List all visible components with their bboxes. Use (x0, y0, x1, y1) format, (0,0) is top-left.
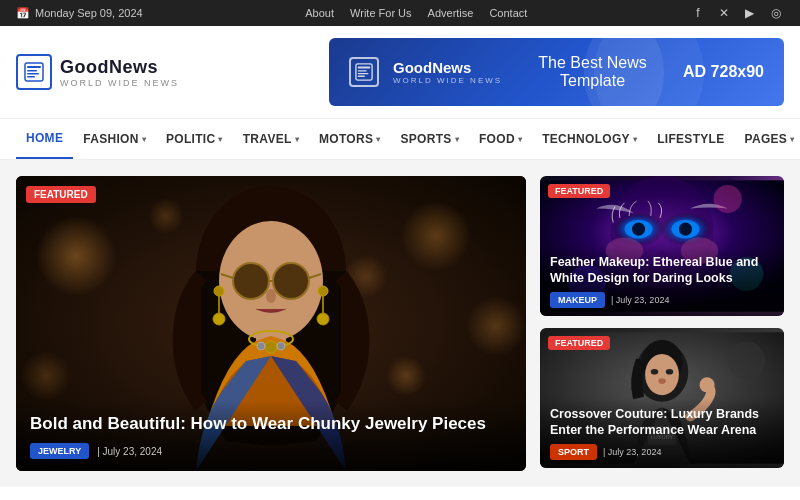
nav-food[interactable]: FOOD ▾ (469, 120, 532, 158)
svg-point-36 (213, 313, 225, 325)
card-makeup-badge: Featured (548, 184, 610, 198)
youtube-icon[interactable]: ▶ (742, 5, 758, 21)
svg-rect-1 (27, 66, 41, 68)
banner-slogan: The Best News Template (516, 54, 669, 90)
header: GoodNews WORLD WIDE NEWS GoodNews WORLD … (0, 26, 800, 118)
brand-name: GoodNews (60, 57, 179, 78)
svg-point-34 (214, 286, 224, 296)
svg-rect-9 (358, 76, 365, 77)
chevron-down-icon: ▾ (518, 135, 522, 144)
card-sport-tag[interactable]: SPORT (550, 444, 597, 460)
svg-point-24 (273, 263, 309, 299)
featured-main-info: Bold and Beautiful: How to Wear Chunky J… (16, 401, 526, 471)
x-twitter-icon[interactable]: ✕ (716, 5, 732, 21)
card-sport-date: | July 23, 2024 (603, 447, 661, 457)
featured-main-card[interactable]: Featured Bold and Beautiful: How to Wear… (16, 176, 526, 471)
svg-rect-5 (356, 64, 372, 80)
svg-point-57 (645, 354, 679, 395)
right-column: Featured Feather Makeup: Ethereal Blue a… (540, 176, 784, 471)
svg-point-47 (679, 223, 692, 236)
nav-motors[interactable]: MOTORS ▾ (309, 120, 391, 158)
contact-link[interactable]: Contact (489, 7, 527, 19)
svg-point-51 (714, 185, 742, 213)
top-bar: 📅 Monday Sep 09, 2024 About Write For Us… (0, 0, 800, 26)
card-makeup-tag[interactable]: MAKEUP (550, 292, 605, 308)
featured-main-meta: JEWELRY | July 23, 2024 (30, 443, 512, 459)
svg-point-59 (666, 369, 674, 375)
banner-logo-text: GoodNews WORLD WIDE NEWS (393, 59, 502, 85)
card-makeup-info: Feather Makeup: Ethereal Blue and White … (540, 246, 784, 317)
chevron-down-icon: ▾ (142, 135, 146, 144)
svg-rect-8 (358, 73, 369, 74)
svg-point-58 (651, 369, 659, 375)
svg-point-60 (658, 378, 666, 384)
brand-tagline: WORLD WIDE NEWS (60, 78, 179, 88)
social-links: f ✕ ▶ ◎ (690, 5, 784, 21)
svg-point-19 (148, 198, 184, 234)
chevron-down-icon: ▾ (295, 135, 299, 144)
nav-pages[interactable]: PAGES ▾ (735, 120, 800, 158)
featured-card-sport[interactable]: LUXURY Featured Crossover Couture: Luxur… (540, 328, 784, 468)
featured-card-makeup[interactable]: Featured Feather Makeup: Ethereal Blue a… (540, 176, 784, 316)
nav-sports[interactable]: SPORTS ▾ (391, 120, 469, 158)
nav-technology[interactable]: TECHNOLOGY ▾ (532, 120, 647, 158)
svg-rect-2 (27, 70, 37, 72)
instagram-icon[interactable]: ◎ (768, 5, 784, 21)
svg-point-39 (317, 313, 329, 325)
svg-point-14 (36, 216, 116, 296)
logo[interactable]: GoodNews WORLD WIDE NEWS (16, 54, 179, 90)
svg-point-61 (700, 377, 715, 392)
facebook-icon[interactable]: f (690, 5, 706, 21)
svg-point-23 (233, 263, 269, 299)
nav-travel[interactable]: TRAVEL ▾ (233, 120, 309, 158)
card-makeup-meta: MAKEUP | July 23, 2024 (550, 292, 774, 308)
card-sport-badge: Featured (548, 336, 610, 350)
svg-rect-6 (358, 67, 371, 69)
svg-point-31 (265, 341, 277, 353)
chevron-down-icon: ▾ (633, 135, 637, 144)
nav-lifestyle[interactable]: LIFESTYLE (647, 120, 734, 158)
nav-politic[interactable]: POLITIC ▾ (156, 120, 233, 158)
card-makeup-title: Feather Makeup: Ethereal Blue and White … (550, 254, 774, 287)
about-link[interactable]: About (305, 7, 334, 19)
date-text: Monday Sep 09, 2024 (35, 7, 143, 19)
svg-point-15 (401, 201, 471, 271)
chevron-down-icon: ▾ (218, 135, 222, 144)
banner-tagline-text: WORLD WIDE NEWS (393, 76, 502, 85)
logo-icon (16, 54, 52, 90)
write-for-us-link[interactable]: Write For Us (350, 7, 412, 19)
logo-text: GoodNews WORLD WIDE NEWS (60, 57, 179, 88)
svg-rect-0 (25, 63, 43, 81)
nav-bar: HOME FASHION ▾ POLITIC ▾ TRAVEL ▾ MOTORS… (0, 118, 800, 160)
nav-items: HOME FASHION ▾ POLITIC ▾ TRAVEL ▾ MOTORS… (16, 119, 800, 159)
top-nav: About Write For Us Advertise Contact (305, 7, 527, 19)
svg-rect-7 (358, 70, 367, 71)
svg-point-33 (277, 342, 285, 350)
card-sport-title: Crossover Couture: Luxury Brands Enter t… (550, 406, 774, 439)
svg-point-18 (386, 356, 426, 396)
svg-point-37 (318, 286, 328, 296)
chevron-down-icon: ▾ (455, 135, 459, 144)
banner-logo-icon (349, 57, 379, 87)
svg-point-64 (728, 342, 766, 380)
advertise-link[interactable]: Advertise (428, 7, 474, 19)
banner-size-label: AD 728x90 (683, 63, 764, 81)
nav-home[interactable]: HOME (16, 119, 73, 159)
nav-fashion[interactable]: FASHION ▾ (73, 120, 156, 158)
featured-main-badge: Featured (26, 186, 96, 203)
featured-main-tag[interactable]: JEWELRY (30, 443, 89, 459)
svg-point-28 (266, 289, 276, 303)
featured-main-title: Bold and Beautiful: How to Wear Chunky J… (30, 413, 512, 435)
main-content: Featured Bold and Beautiful: How to Wear… (0, 160, 800, 487)
svg-rect-4 (27, 76, 35, 78)
card-sport-info: Crossover Couture: Luxury Brands Enter t… (540, 398, 784, 469)
banner-brand: GoodNews (393, 59, 502, 76)
svg-point-32 (257, 342, 265, 350)
svg-point-16 (466, 296, 526, 356)
banner-ad: GoodNews WORLD WIDE NEWS The Best News T… (329, 38, 784, 106)
featured-main-date: | July 23, 2024 (97, 446, 162, 457)
chevron-down-icon: ▾ (376, 135, 380, 144)
card-sport-meta: SPORT | July 23, 2024 (550, 444, 774, 460)
svg-point-46 (632, 223, 645, 236)
svg-rect-3 (27, 73, 39, 75)
